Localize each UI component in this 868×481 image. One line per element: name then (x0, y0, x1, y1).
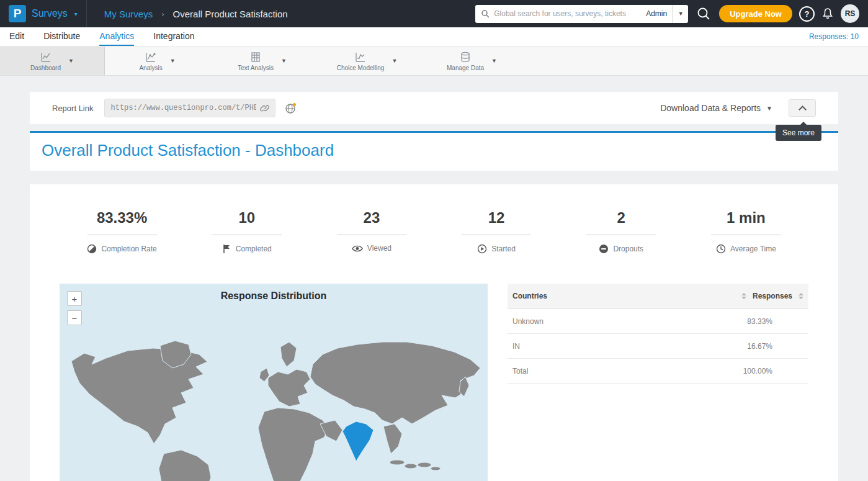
flag-icon (222, 244, 231, 254)
report-link-field (104, 99, 275, 117)
table-row-total: Total 100.00% (508, 359, 808, 384)
chevron-down-icon[interactable]: ▼ (68, 58, 74, 64)
stats-row: 83.33% Completion Rate 10 Completed (60, 209, 808, 254)
top-bar: P Surveys ▾ My Surveys › Overall Product… (0, 0, 868, 27)
chevron-up-icon (799, 106, 807, 114)
tool-tab-analysis[interactable]: Analysis ▼ (105, 47, 210, 75)
minus-circle-icon (599, 244, 609, 254)
page-title: Overall Product Satisfaction - Dashboard (42, 141, 826, 160)
country-cell: Unknown (512, 317, 544, 326)
collapse-report-bar-button[interactable] (789, 99, 816, 117)
tool-tab-text-analysis[interactable]: Text Analysis ▼ (210, 47, 315, 75)
table-row-unknown: Unknown 83.33% (508, 309, 808, 334)
stat-completion-rate: 83.33% Completion Rate (60, 209, 184, 254)
chevron-down-icon: ▼ (766, 105, 772, 112)
analytics-toolbar: Dashboard ▼ Analysis ▼ Text Analysis ▼ C… (0, 47, 868, 76)
text-analysis-icon (249, 51, 262, 63)
nav-item-analytics[interactable]: Analytics (99, 27, 134, 46)
sort-icon-responses[interactable] (799, 293, 803, 299)
advanced-search-button[interactable] (695, 5, 712, 22)
product-name: Surveys (32, 8, 68, 19)
download-data-reports-menu[interactable]: Download Data & Reports ▼ (660, 103, 772, 113)
distribution-section: Response Distribution + − (60, 284, 808, 481)
report-link-label: Report Link (52, 104, 93, 113)
topbar-actions: Admin ▼ Upgrade Now ? RS (475, 4, 868, 23)
stat-completed: 10 Completed (184, 209, 309, 254)
country-cell: IN (512, 342, 520, 351)
tool-tab-choice-modelling[interactable]: Choice Modelling ▼ (315, 47, 419, 75)
countries-table: Countries Responses Unknown 83.33% IN 16… (508, 284, 808, 384)
sort-icon-countries[interactable] (741, 293, 746, 299)
breadcrumb-current: Overall Product Satisfaction (173, 9, 288, 19)
nav-item-distribute[interactable]: Distribute (43, 27, 80, 46)
search-scope-label: Admin (646, 9, 667, 18)
stat-label: Viewed (367, 244, 391, 253)
responses-cell: 16.67% (747, 342, 772, 351)
play-circle-icon (477, 244, 487, 254)
report-link-input[interactable] (110, 104, 256, 112)
stat-label: Started (491, 245, 516, 253)
public-link-settings-button[interactable] (285, 102, 297, 114)
title-card: Overall Product Satisfaction - Dashboard (30, 133, 838, 171)
world-map[interactable] (60, 302, 488, 481)
tool-tab-manage-data[interactable]: Manage Data ▼ (419, 47, 524, 75)
header-responses[interactable]: Responses (753, 292, 792, 300)
zoom-out-button[interactable]: − (67, 310, 82, 325)
chevron-down-icon[interactable]: ▼ (491, 58, 497, 64)
upgrade-now-button[interactable]: Upgrade Now (719, 5, 792, 22)
completion-rate-icon (87, 244, 97, 254)
page-content: Report Link Download Data & Reports ▼ Se… (0, 92, 868, 481)
notifications-button[interactable] (821, 7, 834, 20)
clock-icon (716, 244, 726, 254)
help-button[interactable]: ? (799, 6, 815, 22)
responses-count[interactable]: Responses: 10 (809, 32, 859, 41)
header-countries[interactable]: Countries (512, 292, 547, 300)
eye-icon (352, 245, 363, 253)
responses-cell: 100.00% (743, 367, 772, 375)
table-row-in: IN 16.67% (508, 334, 808, 359)
user-avatar[interactable]: RS (841, 4, 859, 23)
country-cell: Total (512, 367, 528, 375)
response-distribution-map: Response Distribution + − (60, 284, 488, 481)
database-icon (459, 51, 472, 63)
zoom-in-button[interactable]: + (67, 291, 82, 306)
nav-item-integration[interactable]: Integration (153, 27, 194, 46)
choice-modelling-icon (354, 51, 367, 63)
chevron-down-icon[interactable]: ▼ (281, 58, 287, 64)
countries-table-header: Countries Responses (508, 284, 808, 309)
search-scope-dropdown[interactable]: ▼ (673, 5, 688, 23)
stat-label: Average Time (730, 245, 776, 253)
report-link-bar: Report Link Download Data & Reports ▼ Se… (30, 92, 838, 124)
stat-label: Completion Rate (101, 245, 156, 253)
global-search: Admin ▼ (475, 5, 688, 23)
tool-tab-dashboard[interactable]: Dashboard ▼ (0, 47, 105, 75)
chevron-down-icon[interactable]: ▼ (391, 58, 397, 64)
breadcrumb-separator: › (161, 9, 164, 19)
stat-started: 12 Started (434, 209, 559, 254)
search-icon (481, 9, 490, 18)
stat-viewed: 23 Viewed (309, 209, 434, 254)
responses-cell: 83.33% (747, 317, 772, 326)
map-country-india (342, 421, 374, 461)
line-chart-icon (40, 51, 52, 63)
stat-dropouts: 2 Dropouts (559, 209, 684, 254)
bell-icon (821, 7, 834, 20)
global-search-box: Admin (475, 5, 673, 23)
questionpro-logo: P (9, 5, 26, 22)
global-search-input[interactable] (494, 9, 642, 18)
globe-icon (285, 102, 297, 114)
map-title: Response Distribution (60, 284, 488, 302)
product-switcher[interactable]: P Surveys ▾ (0, 0, 87, 27)
chevron-down-icon[interactable]: ▼ (170, 58, 176, 64)
link-icon[interactable] (260, 104, 269, 113)
search-circle-icon (697, 7, 710, 20)
breadcrumb: My Surveys › Overall Product Satisfactio… (87, 9, 288, 19)
chevron-down-icon: ▾ (74, 11, 78, 17)
analysis-chart-icon (145, 51, 157, 63)
see-more-tooltip: See more (776, 125, 821, 141)
stat-label: Completed (236, 245, 272, 253)
breadcrumb-my-surveys[interactable]: My Surveys (104, 9, 153, 19)
nav-item-edit[interactable]: Edit (9, 27, 24, 46)
survey-nav: Edit Distribute Analytics Integration Re… (0, 27, 868, 47)
dashboard-card: 83.33% Completion Rate 10 Completed (30, 184, 838, 481)
